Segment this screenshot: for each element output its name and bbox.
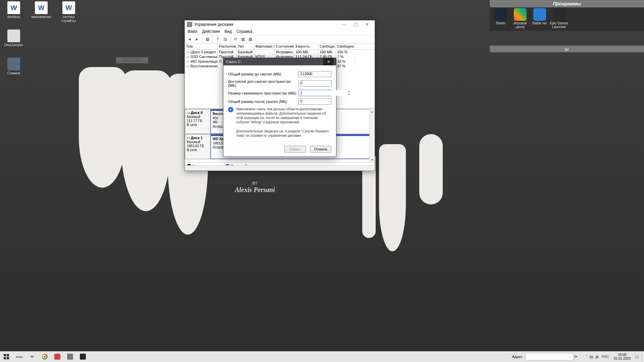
window-maximize[interactable]: ▢ — [350, 21, 361, 28]
scroll-down-icon: ▼ — [370, 157, 375, 162]
spin-up-icon[interactable]: ▲ — [348, 90, 350, 93]
toolbar: ◄ ► ▦ ? ▤ ⟳ ▦ ▦ — [185, 35, 375, 44]
spin-down-icon[interactable]: ▼ — [348, 93, 350, 96]
info-text-1: Невозможно сжать том дальше области расп… — [236, 107, 331, 124]
shrink-amount-label: Размер сжимаемого пространства (МБ): — [228, 91, 299, 95]
desktop-icons: desktop DnsJumper Снимок маткапитал скот… — [2, 1, 81, 75]
info-icon: i — [228, 107, 233, 112]
status-bar — [185, 165, 375, 171]
volume-icon[interactable]: 🔊 — [595, 355, 600, 359]
mail-icon[interactable]: ✉ — [25, 351, 38, 362]
dialog-title: Сжать C: — [226, 60, 241, 64]
total-after-label: Общий размер после сжатия (МБ): — [228, 100, 299, 104]
clock[interactable]: 18:0801.01.2020 — [612, 353, 633, 361]
taskbar-app-2[interactable] — [64, 351, 76, 362]
action-center-icon[interactable]: ▢ — [633, 355, 641, 359]
screen-overlay-chip: Весь экран — [116, 57, 148, 63]
address-label: Адрес — [510, 355, 525, 359]
shrink-amount-input[interactable]: ▲▼ — [299, 90, 331, 96]
cancel-button[interactable]: Отмена — [310, 146, 331, 153]
total-before-label: Общий размер до сжатия (МБ): — [228, 72, 299, 76]
programs-dock: Программы Steam Игровой центр Battle.net… — [490, 0, 644, 52]
partition-recovery[interactable]: Восста... 450 МБ Испра... — [211, 109, 224, 134]
dock-item-epic[interactable]: Epic Games Launcher — [549, 8, 569, 29]
titlebar[interactable]: Управление дисками — ▢ ✕ — [185, 20, 375, 28]
start-button[interactable] — [0, 351, 13, 362]
available-value: 0 — [299, 80, 331, 86]
system-tray: ˄ ▤ 🔊 РУС — [584, 355, 611, 359]
address-input[interactable]: ⌄ — [525, 353, 574, 360]
task-view-icon[interactable]: ▭▭ — [13, 351, 25, 362]
svg-rect-3 — [7, 357, 9, 359]
address-go-icon[interactable]: ⟳ — [574, 355, 583, 359]
desktop-icon-scottish[interactable]: скотиш страйты — [57, 1, 81, 23]
show-desktop-button[interactable] — [641, 351, 643, 362]
dock-item-steam[interactable]: Steam — [491, 8, 511, 29]
dock-item-game-center[interactable]: Игровой центр — [511, 8, 530, 29]
toolbar-btn-2[interactable]: ▤ — [222, 36, 228, 43]
toolbar-btn-3[interactable]: ⟳ — [232, 36, 239, 43]
toolbar-btn-5[interactable]: ▦ — [247, 36, 254, 43]
menu-help[interactable]: Справка — [236, 29, 252, 34]
network-icon[interactable]: ▤ — [590, 355, 593, 359]
svg-rect-1 — [7, 354, 9, 356]
menubar: Файл Действие Вид Справка — [185, 28, 375, 35]
dialog-titlebar[interactable]: Сжать C: ✕ — [223, 58, 336, 65]
toolbar-btn-1[interactable]: ▦ — [204, 36, 211, 43]
taskbar: ▭▭ ✉ Адрес ⌄ ⟳ ˄ ▤ 🔊 РУС 18:0801.01.2020… — [0, 351, 644, 362]
gfx-scrollbar[interactable]: ▲ ▼ — [369, 109, 375, 162]
desktop-icon-matkapital[interactable]: маткапитал — [29, 1, 53, 19]
taskbar-app-3[interactable] — [76, 351, 89, 362]
dock-title: Программы — [490, 0, 644, 7]
dock-footer: ы — [490, 46, 644, 52]
menu-view[interactable]: Вид — [224, 29, 232, 34]
disk-info-1: ▭ Диск 1 Базовый 1863,02 ГБ В сети — [185, 134, 211, 159]
total-before-value: 113906 — [299, 71, 331, 77]
tray-overflow-icon[interactable]: ˄ — [586, 355, 588, 359]
svg-rect-0 — [4, 354, 6, 356]
help-icon[interactable]: ? — [214, 36, 221, 43]
info-text-2: Дополнительные сведения см. в разделе "С… — [236, 129, 331, 138]
total-after-value: 0 — [299, 99, 331, 105]
menu-action[interactable]: Действие — [202, 29, 220, 34]
scroll-up-icon: ▲ — [370, 109, 375, 114]
address-dropdown-icon[interactable]: ⌄ — [567, 355, 573, 358]
svg-rect-2 — [4, 357, 6, 359]
app-icon — [187, 22, 192, 27]
wallpaper-credit: BY Alexis Persani — [235, 181, 275, 194]
dialog-close[interactable]: ✕ — [323, 58, 333, 65]
shrink-amount-field[interactable] — [299, 90, 348, 96]
available-label: Доступное для сжатия пространство (МБ): — [228, 79, 299, 87]
taskbar-app-1[interactable] — [51, 351, 64, 362]
volume-header: Том Располож... Тип Файловая с... Состоя… — [185, 44, 375, 50]
nav-forward-icon[interactable]: ► — [194, 36, 200, 43]
nav-back-icon[interactable]: ◄ — [186, 36, 193, 43]
shrink-button[interactable]: Сжать — [284, 146, 306, 153]
desktop-icon-desktop[interactable]: desktop — [2, 1, 26, 19]
language-indicator[interactable]: РУС — [602, 355, 609, 359]
menu-file[interactable]: Файл — [187, 29, 198, 34]
desktop-icon-snapshot[interactable]: Снимок — [2, 58, 26, 75]
window-minimize[interactable]: — — [338, 21, 350, 28]
chrome-icon[interactable] — [38, 351, 51, 362]
window-close[interactable]: ✕ — [361, 21, 373, 28]
dock-item-battlenet[interactable]: Battle.net — [530, 8, 549, 29]
toolbar-btn-4[interactable]: ▦ — [239, 36, 246, 43]
disk-info-0: ▭ Диск 0 Базовый 111,77 ГБ В сети — [185, 109, 211, 134]
window-title: Управление дисками — [194, 22, 233, 27]
shrink-dialog: Сжать C: ✕ Общий размер до сжатия (МБ):1… — [223, 58, 336, 157]
desktop-icon-dnsjumper[interactable]: DnsJumper — [2, 29, 26, 47]
